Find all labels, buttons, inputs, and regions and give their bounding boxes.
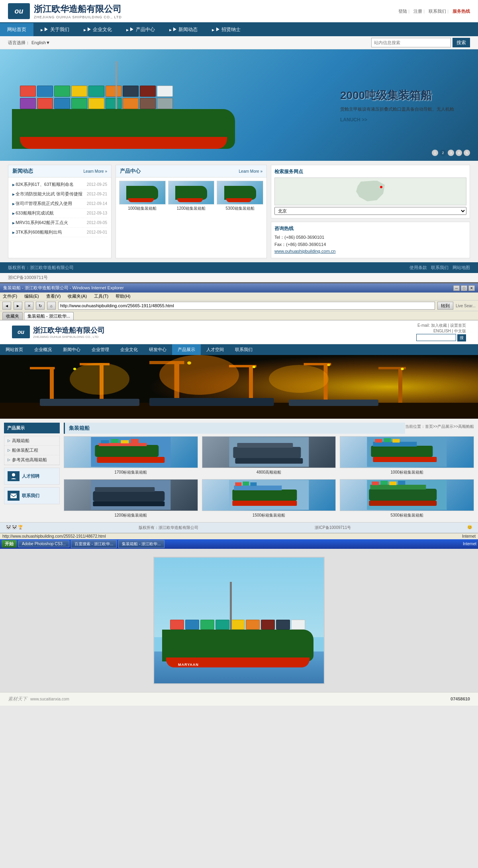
footer-terms[interactable]: 使用条款 [409,265,427,271]
menu-view[interactable]: 查看(V) [45,293,62,300]
sidebar-link-3[interactable]: 参考其他高顺箱船 [4,455,59,465]
dot-4[interactable]: 4 [456,150,462,156]
svg-rect-45 [393,439,400,443]
dot-2[interactable]: 2 [440,150,446,156]
header-service[interactable]: 服务热线 [453,8,470,14]
news-item-2[interactable]: 全市消防技能大比武 张司委传捷报 2012-09-21 [12,189,107,199]
photo-ship-body [162,630,313,661]
search-button[interactable]: 搜索 [453,38,470,47]
product-item-2[interactable]: 1200箱集装箱船 [168,181,215,211]
banner-link[interactable]: LANUCH >> [340,117,454,123]
dot-5[interactable]: 5 [464,150,470,156]
contact-icon [8,491,20,501]
lang-chinese[interactable]: 中文版 [454,329,466,333]
lang-value[interactable]: English▼ [31,40,50,45]
dot-3[interactable]: 3 [448,150,454,156]
menu-file[interactable]: 文件(F) [2,293,18,300]
language-select[interactable]: 语言选择： English▼ [8,40,50,46]
news-item-4[interactable]: 633船顺利完成试航 2012-09-13 [12,209,107,218]
browser-go[interactable]: 转到 [437,302,453,310]
news-learn-more[interactable]: Learn More » [84,169,107,174]
ship-body [12,109,235,149]
taskbar-item-ie[interactable]: 集装箱船 - 浙江欧华... [118,540,164,548]
browser-address-bar[interactable] [58,302,435,310]
sidebar-widget-title: 产品展示 [4,423,60,433]
menu-favorites[interactable]: 收藏夹(A) [67,293,88,300]
inner-product-2[interactable]: 4800高顺箱船 [202,436,336,475]
inner-product-6[interactable]: 5300标箱集装箱船 [340,479,474,518]
logo-icon: ou [8,3,30,19]
inner-nav-talent[interactable]: 人才空间 [201,344,229,355]
footer-sitemap[interactable]: 网站地图 [453,265,470,271]
product-item-3[interactable]: 5300箱集装箱船 [217,181,263,211]
hotline-website: www.ouhuashipbuilding.com.cn [274,249,466,254]
sidebar-contact-banner[interactable]: 联系我们 [4,487,60,504]
products-learn-more[interactable]: Learn More » [239,169,263,174]
city-selector[interactable]: 北京 [274,207,466,215]
taskbar-start[interactable]: 开始 [2,540,17,548]
nav-home[interactable]: 网站首页 [0,23,33,36]
inner-nav-rd[interactable]: 研发中心 [143,344,172,355]
menu-edit[interactable]: 编辑(E) [23,293,40,300]
footer-copyright: 版权所有：浙江欧华造船有限公司 [8,265,74,271]
hotline-title: 咨询热线 [274,225,466,232]
inner-nav-home[interactable]: 网站首页 [0,344,29,355]
nav-culture[interactable]: ▶ 企业文化 [76,23,120,36]
sidebar-talent-banner[interactable]: 人才招聘 [4,468,60,485]
header-login[interactable]: 登陆 [398,8,409,14]
inner-nav-news[interactable]: 新闻中心 [57,344,86,355]
talent-label: 人才招聘 [22,473,39,479]
inner-nav-about[interactable]: 企业概况 [29,344,57,355]
sidebar-link-2[interactable]: 船体装配工程 [4,446,59,455]
browser-tab-page[interactable]: 集装箱船 - 浙江欧华... [24,312,74,320]
browser-stop[interactable]: ✕ [25,302,33,310]
browser-refresh[interactable]: ↻ [36,302,45,310]
browser-maximize[interactable]: □ [461,285,467,291]
inner-product-4[interactable]: 1200标箱集装箱船 [64,479,198,518]
browser-tab-favorites[interactable]: 收藏夹 [2,312,23,320]
inner-nav-culture[interactable]: 企业文化 [115,344,143,355]
browser-close[interactable]: ✕ [468,285,475,291]
inner-nav-products[interactable]: 产品展示 [172,344,201,355]
inner-product-1[interactable]: 1700标箱集装箱船 [64,436,198,475]
ship-photo: MARYAAN [153,557,325,684]
search-input[interactable] [371,38,451,47]
svg-point-15 [70,363,129,395]
inner-content: 产品展示 高顺箱船 船体装配工程 参考其他高顺箱船 人才招聘 联系我们 [4,423,474,518]
hotline-link[interactable]: www.ouhuashipbuilding.com.cn [274,249,335,254]
taskbar-internet: Internet [463,542,476,546]
news-item-6[interactable]: 3TK系列608船顺利出坞 2012-09-01 [12,228,107,237]
news-item-1[interactable]: 82K系列61T、63T船顺利命名 2012-09-25 [12,180,107,189]
menu-help[interactable]: 帮助(H) [114,293,131,300]
nav-news[interactable]: ▶ 新闻动态 [162,23,205,36]
inner-search-btn[interactable]: 搜 [457,334,466,341]
header-register[interactable]: 注册 [413,8,425,14]
menu-tools[interactable]: 工具(T) [93,293,110,300]
browser-home[interactable]: ⌂ [47,302,56,310]
inner-product-3[interactable]: 1000标箱集装箱船 [340,436,474,475]
dot-1[interactable]: 1 [432,150,438,156]
inner-search-input[interactable] [416,334,456,341]
search-map-widget: 检索服务网点 北京 [271,165,470,218]
header-contact[interactable]: 联系我们 [429,8,449,14]
main-website: ou 浙江欧华造船有限公司 ZHEJIANG OUHUA SHIPBUILDIN… [0,0,478,282]
inner-product-label-5: 1500标箱集装箱船 [202,513,336,518]
lang-english[interactable]: ENGLISH [433,329,451,333]
news-item-3[interactable]: 张司IT管理系统正式投入使用 2012-09-14 [12,199,107,209]
browser-back[interactable]: ◄ [2,302,11,310]
nav-about[interactable]: ▶ 关于我们 [33,23,76,36]
taskbar-item-baidu[interactable]: 百度搜索 - 浙江欧华... [71,540,117,548]
browser-forward[interactable]: ► [14,302,22,310]
taskbar-item-photoshop[interactable]: Adobe Photoshop CS3... [18,540,69,547]
sidebar-link-1[interactable]: 高顺箱船 [4,436,59,446]
inner-product-5[interactable]: 1500标箱集装箱船 [202,479,336,518]
ship-mini-2 [175,186,207,200]
browser-minimize[interactable]: ─ [453,285,460,291]
nav-recruit[interactable]: ▶ 招贤纳士 [205,23,248,36]
footer-contact[interactable]: 联系我们 [431,265,449,271]
nav-products[interactable]: ▶ 产品中心 [119,23,162,36]
inner-nav-contact[interactable]: 联系我们 [229,344,258,355]
product-item-1[interactable]: 1000箱集装箱船 [119,181,166,211]
inner-nav-management[interactable]: 企业管理 [86,344,115,355]
news-item-5[interactable]: MRV31系列642船开工点火 2012-09-05 [12,218,107,228]
